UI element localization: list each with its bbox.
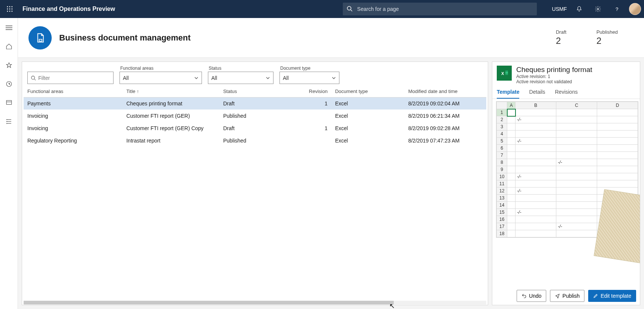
sheet-cell[interactable] [597, 130, 638, 138]
sheet-cell[interactable] [556, 166, 597, 173]
notifications-icon[interactable] [573, 3, 586, 15]
sheet-cell[interactable] [556, 202, 597, 209]
table-row[interactable]: Regulatory ReportingIntrastat reportPubl… [24, 135, 486, 147]
tab-revisions[interactable]: Revisions [555, 89, 578, 99]
sheet-row-header[interactable]: 9 [497, 166, 507, 173]
sheet-cell[interactable] [597, 138, 638, 145]
sheet-cell[interactable] [507, 159, 515, 166]
favorites-icon[interactable] [1, 58, 16, 72]
sheet-row-header[interactable]: 18 [497, 230, 507, 237]
col-revision[interactable]: Revision [297, 86, 331, 98]
sheet-row-header[interactable]: 8 [497, 159, 507, 166]
home-icon[interactable] [1, 40, 16, 53]
sheet-cell[interactable] [507, 109, 515, 116]
sheet-cell[interactable]: -/- [515, 173, 556, 180]
sheet-cell[interactable] [515, 152, 556, 159]
col-doctype[interactable]: Document type [331, 86, 404, 98]
filter-text-input[interactable] [38, 75, 110, 81]
sheet-cell[interactable] [597, 152, 638, 159]
sheet-row-header[interactable]: 13 [497, 195, 507, 202]
tab-details[interactable]: Details [529, 89, 545, 99]
sheet-cell[interactable] [507, 223, 515, 230]
recent-icon[interactable] [1, 77, 16, 91]
sheet-cell[interactable] [507, 195, 515, 202]
sheet-cell[interactable] [556, 152, 597, 159]
sheet-cell[interactable]: -/- [556, 223, 597, 230]
sheet-row-header[interactable]: 12 [497, 188, 507, 195]
sheet-cell[interactable] [597, 159, 638, 166]
sheet-cell[interactable] [597, 145, 638, 152]
sheet-cell[interactable] [597, 109, 638, 116]
sheet-row-header[interactable]: 1 [497, 109, 507, 116]
sheet-row-header[interactable]: 2 [497, 116, 507, 123]
col-status[interactable]: Status [220, 86, 297, 98]
help-icon[interactable]: ? [610, 3, 623, 15]
user-avatar[interactable] [629, 3, 641, 15]
sheet-cell[interactable] [556, 173, 597, 180]
sheet-col-header[interactable]: D [597, 102, 638, 109]
sheet-cell[interactable]: -/- [515, 188, 556, 195]
sheet-cell[interactable] [556, 138, 597, 145]
grid-filter-input[interactable] [27, 72, 114, 84]
status-dropdown[interactable]: All [208, 72, 273, 84]
functional-areas-dropdown[interactable]: All [120, 72, 202, 84]
sheet-cell[interactable] [515, 195, 556, 202]
sheet-cell[interactable] [556, 230, 597, 237]
metric-draft[interactable]: Draft 2 [556, 29, 566, 46]
doctype-dropdown[interactable]: All [279, 72, 339, 84]
sheet-row-header[interactable]: 4 [497, 130, 507, 138]
sheet-row-header[interactable]: 3 [497, 123, 507, 130]
publish-button[interactable]: Publish [550, 290, 584, 302]
sheet-row-header[interactable]: 5 [497, 138, 507, 145]
sheet-cell[interactable] [597, 173, 638, 180]
sheet-cell[interactable] [556, 130, 597, 138]
sheet-cell[interactable] [515, 109, 556, 116]
sheet-cell[interactable]: -/- [515, 209, 556, 216]
sheet-cell[interactable] [556, 188, 597, 195]
metric-published[interactable]: Published 2 [596, 29, 618, 46]
sheet-col-header[interactable]: A [507, 102, 515, 109]
sheet-cell[interactable]: -/- [515, 138, 556, 145]
global-search[interactable] [343, 3, 537, 15]
sheet-cell[interactable] [515, 166, 556, 173]
sheet-row-header[interactable]: 16 [497, 216, 507, 223]
sheet-cell[interactable] [597, 123, 638, 130]
sheet-cell[interactable] [507, 209, 515, 216]
sheet-cell[interactable] [556, 109, 597, 116]
col-functional[interactable]: Functional areas [24, 86, 123, 98]
horizontal-scrollbar[interactable] [22, 300, 488, 305]
sheet-cell[interactable] [507, 173, 515, 180]
search-input[interactable] [357, 6, 533, 12]
sheet-cell[interactable] [507, 123, 515, 130]
company-picker[interactable]: USMF [552, 6, 567, 12]
table-row[interactable]: InvoicingCustomer FTI report (GER) CopyD… [24, 122, 486, 135]
sheet-cell[interactable] [556, 195, 597, 202]
sheet-cell[interactable] [515, 130, 556, 138]
sheet-cell[interactable] [507, 180, 515, 188]
sheet-cell[interactable] [515, 159, 556, 166]
sheet-row-header[interactable]: 11 [497, 180, 507, 188]
sheet-cell[interactable] [556, 145, 597, 152]
settings-icon[interactable] [592, 3, 604, 15]
sheet-cell[interactable] [507, 216, 515, 223]
sheet-cell[interactable] [507, 130, 515, 138]
sheet-cell[interactable] [597, 180, 638, 188]
sheet-cell[interactable] [507, 188, 515, 195]
workspaces-icon[interactable] [1, 96, 16, 110]
sheet-col-header[interactable]: C [556, 102, 597, 109]
sheet-cell[interactable] [556, 209, 597, 216]
sheet-cell[interactable] [597, 116, 638, 123]
hamburger-icon[interactable] [1, 21, 16, 34]
sheet-cell[interactable] [507, 116, 515, 123]
sheet-col-header[interactable]: B [515, 102, 556, 109]
sheet-row-header[interactable]: 7 [497, 152, 507, 159]
app-launcher-icon[interactable] [3, 2, 16, 16]
sheet-cell[interactable] [515, 202, 556, 209]
sheet-cell[interactable] [507, 230, 515, 237]
col-title[interactable]: Title [123, 86, 219, 98]
sheet-cell[interactable] [507, 202, 515, 209]
col-modified[interactable]: Modified date and time [405, 86, 486, 98]
tab-template[interactable]: Template [497, 89, 519, 99]
sheet-cell[interactable] [515, 123, 556, 130]
sheet-cell[interactable] [556, 116, 597, 123]
